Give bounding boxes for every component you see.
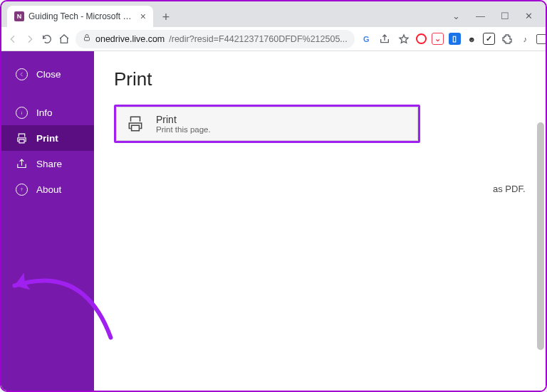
- ext-reader-icon[interactable]: [536, 34, 546, 44]
- minimize-icon[interactable]: —: [476, 11, 485, 21]
- sidebar-label-about: About: [36, 184, 61, 195]
- new-tab-button[interactable]: +: [156, 7, 176, 27]
- maximize-icon[interactable]: ☐: [501, 11, 509, 21]
- ext-music-icon[interactable]: ♪: [519, 33, 531, 45]
- reload-button[interactable]: [41, 32, 53, 46]
- page-title: Print: [114, 68, 524, 90]
- sidebar-item-about[interactable]: About: [1, 176, 94, 202]
- info-icon: [16, 107, 28, 119]
- browser-tab[interactable]: N Guiding Tech - Microsoft OneNo ×: [7, 6, 153, 27]
- share-icon: [16, 158, 28, 170]
- address-bar[interactable]: onedrive.live.com/redir?resid=F442123717…: [75, 30, 355, 48]
- back-button[interactable]: [7, 32, 19, 46]
- tab-title: Guiding Tech - Microsoft OneNo: [28, 11, 136, 21]
- window-controls: ⌄ — ☐ ✕: [452, 11, 543, 27]
- star-icon[interactable]: [397, 32, 411, 46]
- google-icon[interactable]: G: [360, 33, 373, 45]
- ext-check-icon[interactable]: ✓: [483, 33, 495, 45]
- print-card-title: Print: [156, 114, 211, 125]
- close-window-icon[interactable]: ✕: [525, 11, 533, 21]
- svg-rect-0: [85, 38, 90, 41]
- caret-down-icon[interactable]: ⌄: [452, 11, 460, 21]
- extensions-area: G ⌄ ▯ ☻ ✓ ♪ ⋮: [360, 32, 547, 46]
- ext-blue-icon[interactable]: ▯: [449, 33, 461, 45]
- onenote-favicon: N: [14, 11, 24, 21]
- sidebar-label-print: Print: [36, 133, 58, 144]
- home-button[interactable]: [58, 32, 70, 46]
- sidebar-item-share[interactable]: Share: [1, 151, 94, 176]
- about-icon: [16, 184, 28, 196]
- print-card-subtitle: Print this page.: [156, 125, 211, 134]
- url-host: onedrive.live.com: [95, 34, 165, 44]
- extensions-puzzle-icon[interactable]: [500, 32, 514, 46]
- scrollbar[interactable]: [537, 120, 544, 383]
- tab-close-icon[interactable]: ×: [140, 11, 146, 22]
- sidebar-item-info[interactable]: Info: [1, 100, 94, 125]
- browser-toolbar: onedrive.live.com/redir?resid=F442123717…: [1, 27, 546, 51]
- forward-button[interactable]: [24, 32, 36, 46]
- scrollbar-thumb[interactable]: [537, 122, 544, 350]
- sidebar-label-close: Close: [36, 69, 61, 80]
- lock-icon: [83, 33, 91, 44]
- print-icon: [16, 132, 28, 144]
- sidebar-label-share: Share: [36, 159, 62, 169]
- opera-icon[interactable]: [416, 33, 427, 44]
- back-arrow-icon: [16, 68, 28, 80]
- browser-titlebar: N Guiding Tech - Microsoft OneNo × + ⌄ —…: [1, 1, 546, 27]
- print-card[interactable]: Print Print this page.: [114, 105, 420, 143]
- sidebar-label-info: Info: [36, 107, 53, 118]
- share-url-icon[interactable]: [377, 32, 392, 46]
- file-menu-sidebar: Close Info Print Share About: [1, 51, 94, 391]
- url-path: /redir?resid=F44212371760DFDF%212505...: [169, 34, 348, 44]
- print-card-icon: [126, 115, 145, 133]
- sidebar-item-print[interactable]: Print: [1, 125, 94, 151]
- pocket-icon[interactable]: ⌄: [432, 33, 444, 45]
- onenote-app: Editing Share Close Info Print Share: [1, 51, 546, 391]
- main-panel: Print Print Print this page. as PDF.: [94, 51, 546, 391]
- sidebar-item-close[interactable]: Close: [1, 61, 94, 87]
- ext-robot-icon[interactable]: ☻: [466, 33, 478, 45]
